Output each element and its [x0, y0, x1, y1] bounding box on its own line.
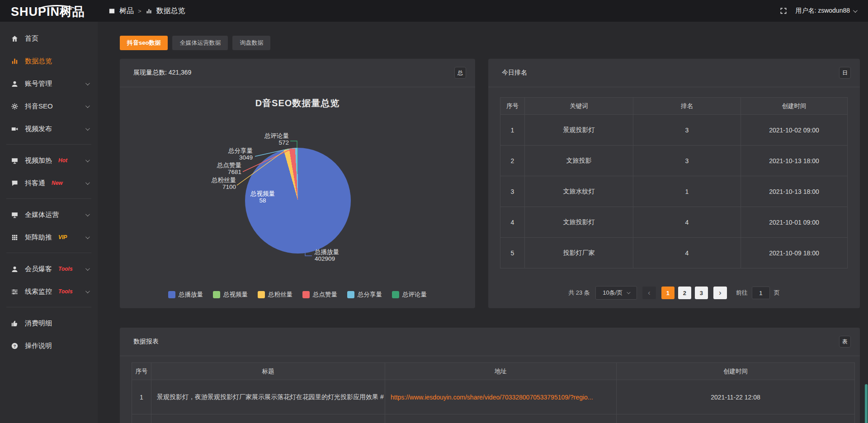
- legend-label: 总评论量: [402, 291, 427, 299]
- gear-icon: [11, 103, 19, 110]
- sidebar-item-member-baoke[interactable]: 会员爆客Tools: [0, 258, 98, 280]
- sidebar-badge: New: [52, 180, 63, 186]
- col-created: 创建时间: [741, 98, 848, 115]
- legend-item-总粉丝量[interactable]: 总粉丝量: [258, 291, 292, 299]
- legend-item-总播放量[interactable]: 总播放量: [168, 291, 203, 299]
- cell-url: https://www.iesdouyin.com/share/video/70…: [385, 380, 617, 414]
- tab-inquiry-data[interactable]: 询盘数据: [232, 36, 270, 50]
- sidebar-item-label: 矩阵助推: [25, 233, 52, 242]
- legend-item-总视频量[interactable]: 总视频量: [213, 291, 248, 299]
- monitor-icon: [11, 211, 19, 219]
- ranking-cell: 2021-10-09 18:00: [741, 238, 848, 268]
- video-link[interactable]: https://www.iesdouyin.com/share/video/70…: [391, 394, 593, 401]
- divider: [120, 87, 475, 87]
- sidebar: 首页数据总览账号管理抖音SEO视频发布视频加热Hot抖客通New全媒体运营矩阵助…: [0, 22, 98, 423]
- sidebar-item-label: 全媒体运营: [25, 211, 59, 219]
- sidebar-item-video-heating[interactable]: 视频加热Hot: [0, 149, 98, 172]
- sidebar-item-video-publish[interactable]: 视频发布: [0, 118, 98, 140]
- sidebar-divider: [6, 253, 91, 253]
- pie-label-shares: 总分享量3049: [210, 147, 253, 161]
- prev-page-button[interactable]: ‹: [642, 287, 656, 299]
- ranking-cell: 4: [500, 207, 525, 238]
- total-corner-button[interactable]: 总: [454, 67, 466, 79]
- col-index: 序号: [132, 363, 151, 380]
- breadcrumb-item-shupin[interactable]: 树品: [119, 6, 134, 16]
- thumb-up-icon: [11, 320, 19, 327]
- sidebar-item-all-media-operation[interactable]: 全媒体运营: [0, 203, 98, 226]
- sidebar-item-operation-guide[interactable]: ?操作说明: [0, 334, 98, 357]
- ranking-row: 4文旅投影灯42021-10-01 09:00: [500, 207, 848, 238]
- legend-item-总分享量[interactable]: 总分享量: [347, 291, 382, 299]
- chevron-down-icon: [627, 290, 631, 294]
- report-table: 序号 标题 地址 创建时间 1 景观投影灯，夜游景观投影灯厂家展示展示落花灯在花…: [132, 362, 855, 423]
- legend-label: 总粉丝量: [268, 291, 292, 299]
- sidebar-item-doukertong[interactable]: 抖客通New: [0, 172, 98, 194]
- sidebar-item-label: 视频发布: [25, 125, 52, 133]
- ranking-cell: 文旅投影灯: [525, 207, 633, 238]
- table-corner-button[interactable]: 表: [839, 336, 851, 348]
- pie-label-likes: 总点赞量7681: [198, 162, 241, 175]
- ranking-row: 2文旅投影32021-10-13 18:00: [500, 146, 848, 176]
- bar-chart-icon: [146, 8, 152, 14]
- chat-icon: [11, 179, 19, 187]
- legend-swatch: [302, 291, 310, 298]
- sidebar-item-label: 会员爆客: [25, 265, 52, 273]
- sidebar-item-data-overview[interactable]: 数据总览: [0, 50, 98, 72]
- sidebar-item-clue-monitor[interactable]: 线索监控Tools: [0, 280, 98, 303]
- col-keyword: 关键词: [525, 98, 633, 115]
- sidebar-badge: Tools: [58, 288, 73, 295]
- page-button-2[interactable]: 2: [678, 287, 691, 299]
- pie-legend: 总播放量总视频量总粉丝量总点赞量总分享量总评论量: [120, 291, 475, 299]
- page-buttons: 123: [661, 287, 708, 299]
- cell-title: 景观投影灯，夜游景观投影灯厂家展示展示落花灯在花园里的灯光投影应用效果 #: [151, 380, 385, 414]
- breadcrumb-item-data-overview[interactable]: 数据总览: [156, 6, 185, 16]
- cell-index: 1: [132, 380, 151, 414]
- user-menu[interactable]: 用户名: zswodun88: [795, 7, 856, 15]
- user-icon: [11, 80, 19, 88]
- pagination-total: 共 23 条: [568, 289, 590, 297]
- page-button-3[interactable]: 3: [695, 287, 708, 299]
- sidebar-item-matrix-boost[interactable]: 矩阵助推VIP: [0, 226, 98, 249]
- sidebar-item-account-management[interactable]: 账号管理: [0, 72, 98, 95]
- tab-all-media-data[interactable]: 全媒体运营数据: [172, 36, 228, 50]
- tab-douyin-seo-data[interactable]: 抖音seo数据: [120, 36, 168, 50]
- ranking-cell: 5: [500, 238, 525, 268]
- today-ranking-panel: 今日排名 日 序号 关键词 排名 创建时间 1景观投影灯32021-10-02 …: [488, 59, 860, 308]
- goto-page-input[interactable]: [752, 287, 770, 299]
- goto-label: 前往: [736, 289, 748, 297]
- grid-icon: [11, 234, 19, 241]
- sliders-icon: [11, 288, 19, 296]
- legend-swatch: [258, 291, 265, 298]
- sidebar-item-douyin-seo[interactable]: 抖音SEO: [0, 95, 98, 118]
- legend-item-总点赞量[interactable]: 总点赞量: [302, 291, 337, 299]
- col-title: 标题: [151, 363, 385, 380]
- page-size-select[interactable]: 10条/页: [595, 286, 637, 300]
- chevron-down-icon: [85, 81, 90, 85]
- video-camera-icon: [11, 125, 19, 133]
- pie-label-playback: 总播放量402909: [315, 249, 364, 262]
- scrollbar[interactable]: [865, 384, 868, 423]
- legend-item-总评论量[interactable]: 总评论量: [392, 291, 427, 299]
- report-row: 1 景观投影灯，夜游景观投影灯厂家展示展示落花灯在花园里的灯光投影应用效果 # …: [132, 380, 855, 414]
- sidebar-item-label: 操作说明: [25, 342, 52, 350]
- ranking-header-row: 序号 关键词 排名 创建时间: [500, 98, 848, 115]
- sidebar-item-consumption-detail[interactable]: 消费明细: [0, 312, 98, 334]
- ranking-cell: 1: [500, 115, 525, 146]
- page-button-1[interactable]: 1: [661, 287, 675, 299]
- pagination: 共 23 条 10条/页 ‹ 123 › 前往 页: [488, 286, 860, 300]
- ranking-cell: 文旅水纹灯: [525, 176, 633, 207]
- report-row-partial: [132, 414, 855, 423]
- day-corner-button[interactable]: 日: [839, 67, 851, 79]
- chart-panel-title: 展现量总数: 421,369: [133, 59, 191, 87]
- seo-chart-panel: 展现量总数: 421,369 总 D音SEO数据量总览 总评论量572 总分享量…: [120, 59, 475, 308]
- legend-swatch: [213, 291, 220, 298]
- sidebar-item-label: 抖客通: [25, 179, 45, 188]
- sidebar-item-label: 账号管理: [25, 80, 52, 88]
- sidebar-item-home[interactable]: 首页: [0, 27, 98, 50]
- sidebar-item-label: 视频加热: [25, 156, 52, 165]
- chevron-down-icon: [85, 212, 90, 216]
- next-page-button[interactable]: ›: [713, 287, 727, 299]
- fullscreen-icon[interactable]: [780, 7, 787, 14]
- data-tabs: 抖音seo数据全媒体运营数据询盘数据: [120, 36, 270, 50]
- home-icon: [11, 35, 19, 42]
